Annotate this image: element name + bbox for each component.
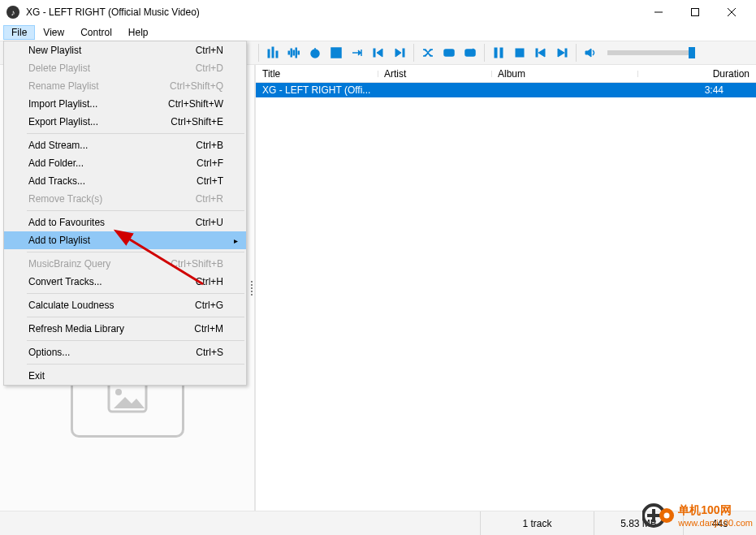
submenu-arrow-icon: ▸ bbox=[234, 236, 238, 245]
menu-item-shortcut: Ctrl+T bbox=[197, 175, 223, 187]
skip-back-marker-icon[interactable] bbox=[368, 42, 389, 63]
watermark: 单机100网 www.danji100.com bbox=[642, 499, 753, 532]
menu-separator bbox=[27, 133, 244, 134]
svg-point-32 bbox=[115, 389, 122, 395]
playlist-row[interactable]: XG - LEFT RIGHT (Offi... 3:44 bbox=[256, 83, 756, 97]
equalizer-icon[interactable] bbox=[262, 42, 283, 63]
import-icon[interactable] bbox=[326, 42, 347, 63]
menu-item-remove-track-s: Remove Track(s)Ctrl+R bbox=[4, 190, 246, 208]
volume-icon[interactable] bbox=[580, 42, 601, 63]
menu-item-label: MusicBrainz Query bbox=[28, 258, 110, 270]
close-button[interactable] bbox=[713, 0, 750, 24]
cell-title: XG - LEFT RIGHT (Offi... bbox=[256, 84, 378, 96]
skip-fwd-marker-icon[interactable] bbox=[389, 42, 410, 63]
menu-item-options[interactable]: Options...Ctrl+S bbox=[4, 343, 246, 361]
menu-item-export-playlist[interactable]: Export Playlist...Ctrl+Shift+E bbox=[4, 113, 246, 131]
menu-item-label: Rename Playlist bbox=[28, 80, 99, 92]
playlist-header: Title Artist Album Duration bbox=[256, 65, 756, 83]
svg-rect-25 bbox=[516, 49, 524, 57]
menu-separator bbox=[27, 252, 244, 252]
menu-item-label: Export Playlist... bbox=[28, 116, 98, 127]
prev-button[interactable] bbox=[530, 42, 551, 63]
menu-item-refresh-media-library[interactable]: Refresh Media LibraryCtrl+M bbox=[4, 320, 246, 338]
svg-rect-5 bbox=[272, 47, 274, 58]
menu-separator bbox=[27, 210, 244, 211]
menu-item-label: Options... bbox=[28, 347, 70, 358]
menu-item-add-stream[interactable]: Add Stream...Ctrl+B bbox=[4, 136, 246, 154]
menu-control[interactable]: Control bbox=[72, 25, 120, 40]
svg-marker-18 bbox=[395, 49, 401, 57]
menu-item-label: Add Tracks... bbox=[28, 175, 85, 187]
waveform-icon[interactable] bbox=[283, 42, 305, 63]
minimize-button[interactable] bbox=[640, 0, 676, 24]
menu-item-import-playlist[interactable]: Import Playlist...Ctrl+Shift+W bbox=[4, 95, 246, 113]
menu-item-label: Remove Track(s) bbox=[28, 193, 102, 205]
volume-thumb[interactable] bbox=[689, 47, 695, 58]
splitter-handle[interactable] bbox=[248, 65, 255, 511]
svg-rect-29 bbox=[565, 49, 567, 57]
menu-item-add-to-playlist[interactable]: Add to Playlist▸ bbox=[4, 231, 246, 249]
goto-icon[interactable] bbox=[347, 42, 368, 63]
menu-item-add-folder[interactable]: Add Folder...Ctrl+F bbox=[4, 154, 246, 172]
repeat-all-icon[interactable] bbox=[460, 42, 481, 63]
svg-rect-19 bbox=[403, 49, 404, 57]
menu-item-label: Refresh Media Library bbox=[28, 323, 124, 334]
menu-item-shortcut: Ctrl+N bbox=[196, 45, 223, 56]
svg-rect-6 bbox=[276, 51, 278, 58]
svg-marker-30 bbox=[585, 49, 591, 57]
menu-item-delete-playlist: Delete PlaylistCtrl+D bbox=[4, 59, 246, 77]
svg-marker-17 bbox=[377, 49, 382, 57]
svg-marker-33 bbox=[114, 397, 145, 408]
menu-item-calculate-loudness[interactable]: Calculate LoudnessCtrl+G bbox=[4, 296, 246, 314]
menu-separator bbox=[27, 364, 244, 365]
app-icon: ♪ bbox=[6, 6, 19, 19]
menu-separator bbox=[27, 293, 244, 294]
col-album[interactable]: Album bbox=[491, 68, 637, 80]
menu-item-label: Convert Tracks... bbox=[28, 276, 102, 287]
timer-icon[interactable] bbox=[305, 42, 326, 63]
menu-file[interactable]: File bbox=[3, 25, 35, 40]
svg-marker-28 bbox=[558, 49, 564, 57]
menu-item-add-to-favourites[interactable]: Add to FavouritesCtrl+U bbox=[4, 214, 246, 231]
watermark-text-1: 单机100网 bbox=[678, 503, 753, 518]
playlist: Title Artist Album Duration XG - LEFT RI… bbox=[255, 65, 756, 511]
col-artist[interactable]: Artist bbox=[378, 68, 491, 80]
menu-help[interactable]: Help bbox=[120, 25, 157, 40]
menu-item-convert-tracks[interactable]: Convert Tracks...Ctrl+H bbox=[4, 273, 246, 291]
menu-item-rename-playlist: Rename PlaylistCtrl+Shift+Q bbox=[4, 77, 246, 95]
col-duration[interactable]: Duration bbox=[637, 68, 756, 80]
svg-rect-10 bbox=[296, 48, 297, 58]
file-menu-dropdown: New PlaylistCtrl+NDelete PlaylistCtrl+DR… bbox=[3, 41, 247, 386]
volume-slider[interactable] bbox=[607, 50, 695, 55]
menu-item-shortcut: Ctrl+B bbox=[196, 140, 223, 151]
svg-rect-9 bbox=[293, 50, 295, 55]
svg-rect-7 bbox=[288, 51, 290, 54]
cell-duration: 3:44 bbox=[637, 84, 756, 96]
window-title: XG - LEFT RIGHT (Official Music Video) bbox=[26, 6, 640, 18]
stop-button[interactable] bbox=[509, 42, 530, 63]
shuffle-icon[interactable] bbox=[417, 42, 438, 63]
menu-item-new-playlist[interactable]: New PlaylistCtrl+N bbox=[4, 41, 246, 59]
menu-item-shortcut: Ctrl+F bbox=[197, 157, 223, 169]
menu-item-shortcut: Ctrl+Shift+Q bbox=[170, 80, 223, 92]
svg-rect-16 bbox=[374, 49, 375, 57]
menu-item-musicbrainz-query: MusicBrainz QueryCtrl+Shift+B bbox=[4, 255, 246, 273]
next-button[interactable] bbox=[551, 42, 572, 63]
menu-item-label: New Playlist bbox=[28, 45, 81, 56]
col-title[interactable]: Title bbox=[256, 68, 378, 80]
repeat-one-icon[interactable]: 1 bbox=[438, 42, 460, 63]
svg-point-40 bbox=[664, 513, 670, 519]
pause-button[interactable] bbox=[488, 42, 509, 63]
menu-item-shortcut: Ctrl+G bbox=[195, 300, 223, 311]
menu-item-shortcut: Ctrl+M bbox=[194, 323, 223, 334]
menu-view[interactable]: View bbox=[35, 25, 72, 40]
menu-item-label: Add to Favourites bbox=[28, 217, 105, 228]
svg-rect-11 bbox=[298, 51, 300, 54]
menu-item-add-tracks[interactable]: Add Tracks...Ctrl+T bbox=[4, 172, 246, 190]
watermark-text-2: www.danji100.com bbox=[678, 518, 753, 528]
watermark-icon bbox=[642, 499, 675, 532]
maximize-button[interactable] bbox=[676, 0, 713, 24]
menu-item-exit[interactable]: Exit bbox=[4, 367, 246, 385]
menu-separator bbox=[27, 340, 244, 341]
svg-text:1: 1 bbox=[447, 50, 451, 56]
